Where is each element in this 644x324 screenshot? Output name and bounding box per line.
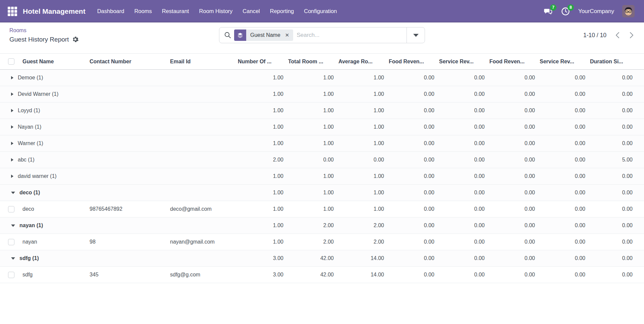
activities-badge: 8 [568,4,574,11]
menu-item-rooms[interactable]: Rooms [130,5,156,17]
value-cell: 0.00 [486,70,537,86]
value-cell: 0.00 [537,135,587,152]
group-row[interactable]: sdfg (1)3.0042.0014.000.000.000.000.000.… [0,250,644,267]
group-label: Nayan (1) [18,124,41,130]
record-row[interactable]: sdfg345sdfg@g.com3.0042.0014.000.000.000… [0,267,644,283]
activities-button[interactable]: 8 [561,7,570,16]
menu-item-dashboard[interactable]: Dashboard [93,5,129,17]
app-title[interactable]: Hotel Management [23,7,86,15]
value-cell: 0.00 [537,250,587,267]
group-row[interactable]: abc (1)2.000.000.000.000.000.000.005.00 [0,152,644,168]
value-cell: 14.00 [335,267,386,283]
value-cell: 14.00 [335,250,386,267]
caret-down-icon[interactable] [11,224,15,227]
menu-item-configuration[interactable]: Configuration [300,5,341,17]
value-cell: 0.00 [436,135,486,152]
caret-right-icon[interactable] [11,92,13,96]
value-cell: 0.00 [386,185,436,201]
facet-remove-icon[interactable]: ✕ [284,29,293,41]
pager-previous-icon[interactable] [614,30,621,40]
menu-item-restaurant[interactable]: Restaurant [158,5,194,17]
caret-right-icon[interactable] [11,158,13,161]
facet-label: Guest Name [246,29,284,41]
column-header-6[interactable]: Food Reven... [386,54,436,70]
column-header-0[interactable]: Guest Name [18,54,86,70]
group-label: Devid Warner (1) [18,91,58,97]
group-label-cell: sdfg (1) [0,250,235,267]
record-row[interactable]: deco98765467892deco@gmail.com1.001.001.0… [0,201,644,217]
column-header-5[interactable]: Average Ro... [335,54,386,70]
value-cell: 0.00 [436,119,486,135]
search-dropdown-toggle[interactable] [407,27,425,43]
value-cell: 0.00 [537,201,587,217]
column-header-1[interactable]: Contact Number [86,54,166,70]
value-cell: 0.00 [436,250,486,267]
caret-down-icon[interactable] [11,192,15,194]
group-row[interactable]: deco (1)1.001.001.000.000.000.000.000.00 [0,185,644,201]
value-cell: 0.00 [587,185,644,201]
pager-next-icon[interactable] [629,30,635,40]
value-cell: 0.00 [386,217,436,234]
row-checkbox[interactable] [8,206,14,212]
caret-right-icon[interactable] [11,125,13,129]
action-gear-icon[interactable] [72,36,78,43]
table-body: Demoe (1)1.001.001.000.000.000.000.000.0… [0,70,644,283]
value-cell: 0.00 [436,267,486,283]
group-row[interactable]: david warner (1)1.001.001.000.000.000.00… [0,168,644,185]
row-checkbox[interactable] [8,272,14,278]
group-row[interactable]: Devid Warner (1)1.001.001.000.000.000.00… [0,86,644,103]
value-cell: 0.00 [436,234,486,250]
value-cell: 1.00 [235,185,285,201]
group-row[interactable]: Warner (1)1.001.001.000.000.000.000.000.… [0,135,644,152]
row-checkbox[interactable] [8,239,14,245]
group-label: Demoe (1) [18,75,43,80]
caret-down-icon[interactable] [11,257,15,260]
groupby-facet[interactable]: Guest Name ✕ [234,29,293,41]
value-cell: 0.00 [537,217,587,234]
group-row[interactable]: Nayan (1)1.001.001.000.000.000.000.000.0… [0,119,644,135]
messages-button[interactable]: 7 [543,7,553,16]
caret-right-icon[interactable] [11,76,13,79]
column-header-10[interactable]: Duration Si... [587,54,644,70]
company-menu[interactable]: YourCompany [578,8,614,15]
top-navbar: Hotel Management DashboardRoomsRestauran… [0,0,644,22]
value-cell: 3.00 [235,250,285,267]
column-header-4[interactable]: Total Room ... [285,54,335,70]
column-header-3[interactable]: Number Of ... [235,54,285,70]
value-cell: 1.00 [235,217,285,234]
value-cell: 0.00 [436,70,486,86]
column-header-2[interactable]: Email Id [166,54,235,70]
cell-name: nayan [18,234,86,250]
group-label: abc (1) [18,157,35,163]
menu-item-reporting[interactable]: Reporting [266,5,299,17]
row-select-cell [0,201,18,217]
value-cell: 1.00 [235,135,285,152]
select-all-cell [0,54,18,70]
column-header-7[interactable]: Service Rev... [436,54,486,70]
caret-right-icon[interactable] [11,142,13,145]
table-header-row: Guest NameContact NumberEmail IdNumber O… [0,54,644,70]
value-cell: 0.00 [486,152,537,168]
value-cell: 0.00 [537,234,587,250]
value-cell: 0.00 [587,119,644,135]
menu-item-room-history[interactable]: Room History [195,5,237,17]
value-cell: 1.00 [235,70,285,86]
column-header-8[interactable]: Food Reven... [486,54,537,70]
group-label: nayan (1) [19,222,43,228]
column-header-9[interactable]: Service Rev... [537,54,587,70]
record-row[interactable]: nayan98nayan@gmail.com1.002.002.000.000.… [0,234,644,250]
caret-right-icon[interactable] [11,109,13,112]
user-avatar[interactable] [622,5,635,17]
value-cell: 2.00 [285,217,335,234]
value-cell: 1.00 [235,168,285,185]
search-input[interactable] [293,32,407,39]
value-cell: 42.00 [285,267,335,283]
group-row[interactable]: Demoe (1)1.001.001.000.000.000.000.000.0… [0,70,644,86]
group-row[interactable]: Loyyd (1)1.001.001.000.000.000.000.000.0… [0,103,644,119]
apps-menu-icon[interactable] [7,6,17,16]
select-all-checkbox[interactable] [8,58,14,65]
menu-item-cancel[interactable]: Cancel [238,5,264,17]
value-cell: 5.00 [587,152,644,168]
caret-right-icon[interactable] [11,175,13,178]
group-row[interactable]: nayan (1)1.002.002.000.000.000.000.000.0… [0,217,644,234]
